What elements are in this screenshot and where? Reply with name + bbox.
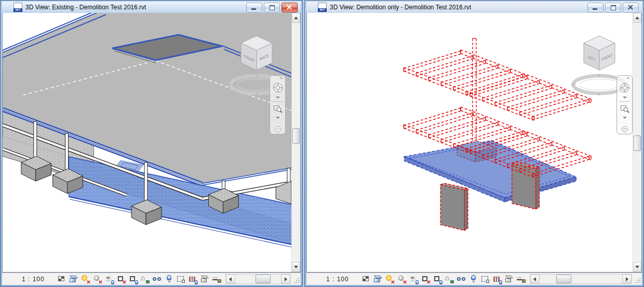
scroll-up-button[interactable] [292, 13, 300, 23]
vertical-scroll-thumb[interactable] [292, 128, 300, 144]
locked-3d-view-icon[interactable] [445, 275, 454, 283]
visual-style-icon[interactable] [69, 275, 78, 283]
horizontal-scroll-track[interactable] [235, 275, 281, 283]
crop-view-off-icon[interactable] [117, 275, 126, 283]
detail-level-icon[interactable] [57, 275, 66, 283]
crop-view-off-icon[interactable] [421, 275, 430, 283]
close-button[interactable] [623, 3, 639, 12]
navigation-bar [270, 75, 286, 134]
vertical-scroll-track[interactable] [292, 23, 300, 262]
minimize-button[interactable] [246, 3, 262, 12]
arrow-left-icon [229, 277, 232, 281]
arrow-down-icon [635, 266, 639, 268]
horizontal-scroll-thumb[interactable] [556, 275, 571, 283]
view-control-icons [57, 275, 221, 283]
restore-button[interactable] [605, 3, 621, 12]
minimize-button[interactable] [587, 3, 603, 12]
vertical-scroll-track[interactable] [633, 23, 641, 262]
arrow-right-icon [626, 277, 628, 281]
scroll-up-button[interactable] [633, 13, 641, 23]
viewport-demolition-3d[interactable]: LEFT FRONT [307, 13, 633, 272]
detail-level-icon[interactable] [361, 275, 370, 283]
shadows-off-icon[interactable] [397, 275, 406, 283]
zoom-region-button[interactable] [620, 103, 630, 116]
navigation-bar [616, 75, 633, 134]
view-control-bar: 1 : 100 [2, 272, 301, 285]
temporary-view-properties-icon[interactable] [177, 275, 185, 283]
scroll-left-button[interactable] [530, 275, 540, 283]
scroll-right-button[interactable] [281, 275, 290, 283]
titlebar-demolition[interactable]: RVT 3D View: Demolition only - Demolitio… [306, 2, 642, 13]
reveal-hidden-elements-icon[interactable] [469, 275, 478, 283]
reveal-hidden-elements-icon[interactable] [165, 275, 173, 283]
pan-button[interactable] [622, 126, 628, 132]
pan-button[interactable] [275, 126, 281, 132]
zoom-region-icon [273, 103, 283, 114]
arrow-down-icon [294, 266, 298, 268]
window-existing-view: RVT 3D View: Existing - Demolition Test … [0, 0, 303, 287]
show-rendering-dialog-icon[interactable] [409, 275, 418, 283]
navbar-close-icon[interactable] [626, 77, 631, 81]
navbar-divider [272, 101, 283, 102]
visual-style-icon[interactable] [373, 275, 382, 283]
reveal-constraints-icon[interactable] [517, 275, 526, 283]
viewport-existing-3d[interactable]: RIGHT BACK [3, 13, 291, 272]
horizontal-scroll-thumb[interactable] [256, 275, 271, 283]
zoom-options-chevron[interactable] [623, 117, 627, 119]
scroll-left-button[interactable] [226, 275, 235, 283]
horizontal-scroll-track[interactable] [540, 275, 622, 283]
show-crop-region-icon[interactable] [129, 275, 138, 283]
show-crop-region-icon[interactable] [433, 275, 442, 283]
temporary-hide-isolate-icon[interactable] [153, 275, 162, 283]
scroll-down-button[interactable] [292, 262, 300, 272]
shadows-off-icon[interactable] [93, 275, 102, 283]
rvt-file-icon-label: RVT [318, 8, 327, 12]
scroll-right-button[interactable] [622, 275, 632, 283]
vertical-scrollbar[interactable] [291, 13, 300, 272]
temporary-hide-isolate-icon[interactable] [457, 275, 466, 283]
steering-wheel-button[interactable] [272, 82, 284, 95]
titlebar-existing[interactable]: RVT 3D View: Existing - Demolition Test … [2, 2, 301, 13]
window-buttons [246, 3, 298, 12]
sun-path-off-icon[interactable] [81, 275, 90, 283]
rvt-file-icon: RVT [14, 3, 22, 12]
window-title: 3D View: Demolition only - Demolition Te… [330, 4, 471, 11]
navbar-close-icon[interactable] [279, 77, 284, 81]
restore-icon [611, 5, 616, 10]
arrow-up-icon [294, 17, 298, 19]
arrow-right-icon [285, 277, 287, 281]
vertical-scrollbar[interactable] [633, 13, 641, 272]
show-analytical-model-icon[interactable] [493, 275, 502, 283]
zoom-options-chevron[interactable] [276, 117, 280, 119]
steering-wheel-icon [619, 82, 630, 93]
restore-button[interactable] [264, 3, 280, 12]
navbar-divider [619, 101, 630, 102]
window-buttons [587, 3, 639, 12]
steering-wheel-icon [272, 82, 284, 93]
show-rendering-dialog-icon[interactable] [105, 275, 114, 283]
reveal-constraints-icon[interactable] [212, 275, 221, 283]
wheel-options-chevron[interactable] [623, 97, 627, 99]
horizontal-scrollbar[interactable] [225, 274, 291, 284]
sun-path-off-icon[interactable] [385, 275, 394, 283]
resize-grip[interactable] [293, 273, 301, 285]
scale-button[interactable]: 1 : 100 [22, 276, 45, 283]
resize-grip[interactable] [634, 273, 642, 285]
temporary-view-properties-icon[interactable] [481, 275, 490, 283]
rvt-file-icon: RVT [318, 3, 327, 12]
wheel-options-chevron[interactable] [276, 97, 280, 99]
view-control-bar: 1 : 100 [306, 272, 642, 285]
close-button[interactable] [281, 3, 298, 12]
scroll-down-button[interactable] [633, 262, 641, 272]
locked-3d-view-icon[interactable] [141, 275, 150, 283]
horizontal-scrollbar[interactable] [530, 274, 632, 284]
zoom-region-button[interactable] [273, 103, 283, 116]
view-control-icons [361, 275, 526, 283]
highlight-displacement-sets-icon[interactable] [200, 275, 209, 283]
minimize-icon [251, 8, 256, 10]
highlight-displacement-sets-icon[interactable] [505, 275, 514, 283]
scale-button[interactable]: 1 : 100 [326, 276, 349, 283]
show-analytical-model-icon[interactable] [189, 275, 197, 283]
vertical-scroll-thumb[interactable] [634, 135, 641, 151]
steering-wheel-button[interactable] [619, 82, 630, 95]
